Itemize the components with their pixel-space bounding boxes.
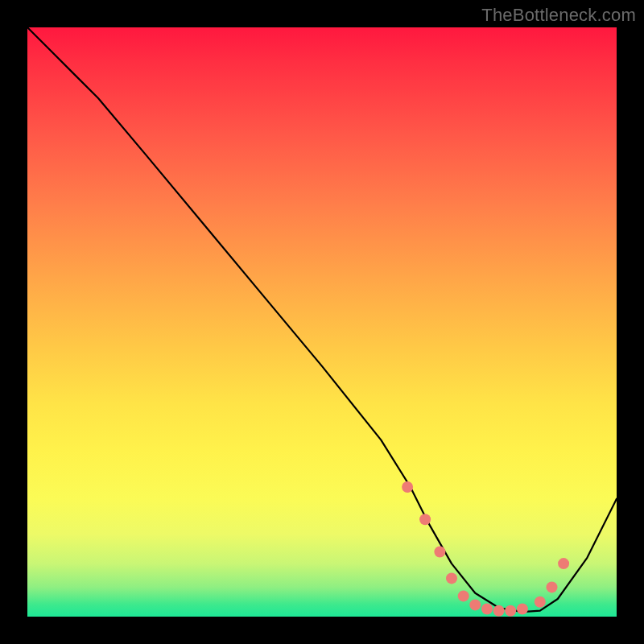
marker-dot	[469, 599, 481, 610]
marker-group	[402, 481, 569, 617]
marker-dot	[505, 605, 516, 617]
marker-dot	[558, 558, 569, 569]
plot-area	[27, 27, 617, 617]
watermark-text: TheBottleneck.com	[481, 5, 636, 26]
marker-dot	[517, 604, 528, 615]
marker-dot	[547, 581, 558, 592]
marker-dot	[434, 547, 445, 558]
marker-dot	[481, 604, 493, 615]
curve-line	[27, 27, 617, 612]
marker-dot	[535, 597, 546, 608]
marker-dot	[446, 572, 457, 584]
marker-dot	[402, 481, 413, 493]
chart-svg	[27, 27, 617, 617]
marker-dot	[458, 590, 469, 601]
chart-stage: TheBottleneck.com	[0, 0, 644, 644]
marker-dot	[419, 514, 431, 525]
marker-dot	[493, 605, 505, 617]
